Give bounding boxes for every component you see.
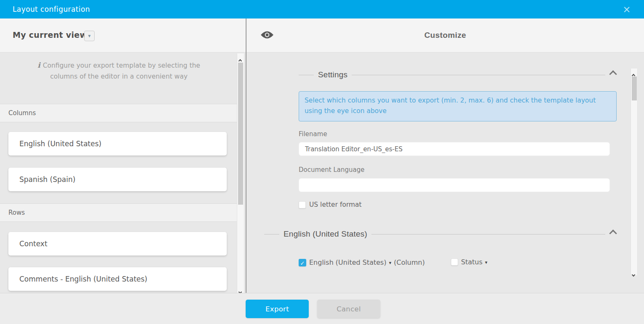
chevron-down-icon: ▼	[87, 34, 92, 38]
collapse-settings-icon[interactable]	[610, 71, 617, 79]
right-panel-header: Customize	[246, 18, 644, 53]
help-text: Configure your export template by select…	[43, 62, 200, 80]
filename-input[interactable]	[299, 142, 610, 156]
scroll-up-icon[interactable]	[632, 71, 636, 74]
rows-section-label: Rows	[8, 204, 25, 221]
legend-line	[299, 75, 314, 75]
template-structure-panel: My current view ▼ iConfigure your export…	[0, 18, 246, 293]
legend-line	[352, 75, 605, 75]
us-letter-label: US letter format	[309, 201, 362, 208]
view-dropdown-button[interactable]: ▼	[84, 31, 95, 41]
status-checkbox[interactable]	[451, 258, 458, 266]
cancel-button[interactable]: Cancel	[317, 300, 380, 318]
collapse-language-icon[interactable]	[610, 230, 617, 238]
check-icon: ✓	[300, 260, 305, 266]
language-section-title: English (United States)	[284, 229, 367, 239]
language-section-header: English (United States)	[264, 229, 617, 240]
card-label: Context	[19, 232, 48, 256]
english-column-checkbox[interactable]: ✓	[299, 259, 306, 266]
scroll-down-icon[interactable]	[632, 270, 636, 273]
caret-down-icon[interactable]: ▾	[485, 260, 488, 265]
customize-title: Customize	[246, 31, 644, 40]
template-help-text: iConfigure your export template by selec…	[29, 60, 208, 82]
scrollbar-thumb[interactable]	[632, 76, 637, 100]
settings-section-header: Settings	[299, 69, 617, 80]
column-card-english-us[interactable]: English (United States)	[8, 132, 227, 155]
card-label: Comments - English (United States)	[19, 267, 147, 291]
scroll-down-icon[interactable]	[239, 287, 242, 290]
layout-configuration-dialog: Layout configuration × My current view ▼…	[0, 0, 644, 324]
english-column-label: English (United States)	[309, 258, 387, 266]
us-letter-format-option: US letter format	[299, 201, 362, 208]
right-panel-scrollbar[interactable]	[631, 68, 638, 275]
status-option: Status ▾	[451, 258, 488, 266]
left-panel-header: My current view ▼	[0, 18, 246, 53]
dialog-footer: Export Cancel	[0, 293, 644, 324]
scrollbar-thumb[interactable]	[238, 63, 243, 205]
legend-line	[371, 234, 605, 234]
document-language-label: Document Language	[299, 166, 365, 174]
column-card-spanish-spain[interactable]: Spanish (Spain)	[8, 168, 227, 191]
row-card-comments-english-us[interactable]: Comments - English (United States)	[8, 267, 227, 291]
dialog-title: Layout configuration	[13, 0, 90, 18]
columns-section-header: Columns	[0, 104, 237, 122]
filename-label: Filename	[299, 130, 327, 138]
rows-section-header: Rows	[0, 203, 237, 222]
legend-line	[264, 234, 279, 234]
left-panel-scrollbar[interactable]	[237, 53, 244, 293]
export-info-message: Select which columns you want to export …	[299, 91, 617, 121]
card-label: Spanish (Spain)	[19, 168, 75, 191]
scroll-up-icon[interactable]	[239, 56, 242, 59]
status-label: Status	[461, 258, 482, 266]
us-letter-checkbox[interactable]	[299, 201, 306, 208]
dialog-titlebar: Layout configuration ×	[0, 0, 644, 18]
english-column-option: ✓ English (United States) ▾ (Column)	[299, 258, 425, 266]
info-icon: i	[37, 61, 40, 69]
settings-section-title: Settings	[318, 70, 347, 79]
card-label: English (United States)	[19, 132, 101, 155]
customize-panel: Customize Settings Select which columns …	[246, 18, 644, 293]
document-language-input[interactable]	[299, 178, 610, 192]
columns-section-label: Columns	[8, 104, 36, 122]
caret-down-icon[interactable]: ▾	[389, 260, 392, 266]
column-suffix-label: (Column)	[394, 258, 425, 266]
row-card-context[interactable]: Context	[8, 232, 227, 256]
export-button[interactable]: Export	[246, 300, 309, 318]
close-icon[interactable]: ×	[620, 3, 633, 16]
current-view-label: My current view	[13, 30, 87, 40]
